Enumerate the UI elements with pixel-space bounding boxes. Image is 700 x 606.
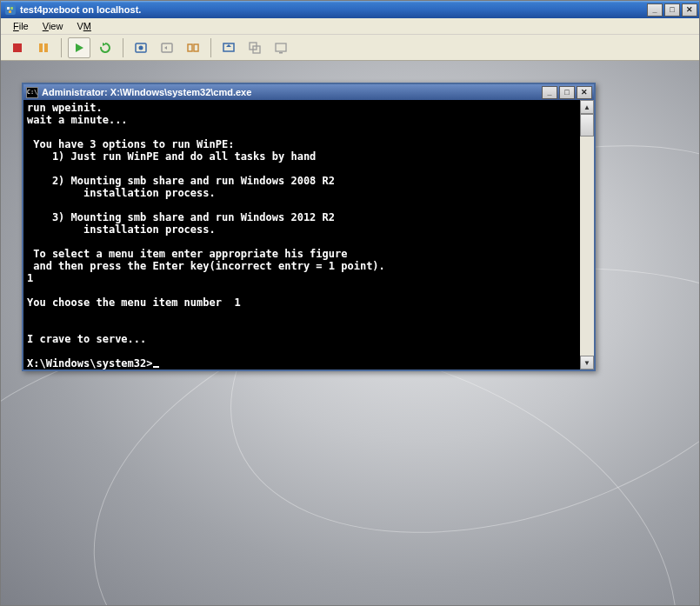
refresh-icon (98, 41, 112, 55)
menu-file[interactable]: File (6, 19, 36, 33)
snapshot-icon (134, 41, 148, 55)
stop-icon (11, 42, 23, 54)
cmd-window-buttons: _ □ ✕ (540, 86, 594, 99)
cmd-maximize-button[interactable]: □ (559, 86, 575, 99)
svg-rect-1 (7, 7, 10, 10)
devices-icon (186, 41, 200, 55)
toolbar (1, 35, 699, 61)
svg-rect-3 (9, 10, 11, 13)
cmd-close-button[interactable]: ✕ (577, 86, 592, 99)
svg-rect-13 (194, 44, 198, 51)
cmd-body: run wpeinit. wait a minute... You have 3… (23, 100, 594, 370)
menu-view[interactable]: View (36, 19, 70, 33)
menubar: File View VM (1, 18, 699, 35)
svg-rect-2 (10, 7, 13, 10)
svg-rect-18 (276, 43, 286, 51)
refresh-button[interactable] (94, 37, 117, 58)
svg-rect-12 (188, 44, 192, 51)
vm-window-buttons: _ □ ✕ (645, 3, 699, 17)
snapshot-button[interactable] (130, 37, 152, 58)
menu-vm-label: V (77, 21, 83, 31)
svg-rect-6 (44, 43, 48, 52)
toolbar-separator (61, 38, 62, 57)
svg-point-10 (139, 45, 143, 50)
maximize-button[interactable]: □ (664, 3, 680, 17)
minimize-icon: _ (547, 88, 551, 97)
console-icon (274, 41, 288, 55)
cmd-scrollbar: ▲ ▼ (580, 100, 594, 370)
fullscreen-icon (222, 41, 236, 55)
vmware-icon (4, 3, 17, 16)
close-icon: ✕ (686, 5, 693, 14)
close-button[interactable]: ✕ (682, 3, 697, 17)
vm-window: test4pxeboot on localhost. _ □ ✕ File Vi… (0, 0, 700, 606)
scroll-up-button[interactable]: ▲ (580, 100, 594, 114)
toolbar-separator (210, 38, 211, 57)
cmd-window: C:\ Administrator: X:\Windows\system32\c… (22, 83, 596, 371)
maximize-icon: □ (564, 88, 569, 97)
fullscreen-button[interactable] (217, 37, 240, 58)
pause-button[interactable] (32, 37, 55, 58)
menu-vm[interactable]: VM (70, 19, 98, 33)
svg-marker-15 (226, 44, 231, 47)
menu-view-label: iew (49, 21, 63, 31)
revert-icon (160, 41, 174, 55)
toolbar-separator (123, 38, 123, 57)
close-icon: ✕ (581, 88, 588, 97)
minimize-button[interactable]: _ (647, 3, 663, 17)
scroll-track[interactable] (580, 114, 594, 356)
vm-titlebar: test4pxeboot on localhost. _ □ ✕ (1, 1, 699, 18)
cmd-cursor (153, 366, 159, 368)
console-button[interactable] (270, 37, 292, 58)
vm-title: test4pxeboot on localhost. (20, 4, 645, 15)
scroll-thumb[interactable] (580, 114, 594, 137)
play-icon (73, 42, 85, 54)
minimize-icon: _ (652, 5, 657, 14)
vm-viewport[interactable]: C:\ Administrator: X:\Windows\system32\c… (1, 61, 699, 605)
maximize-icon: □ (670, 5, 674, 14)
unity-icon (248, 41, 262, 55)
cmd-lines: run wpeinit. wait a minute... You have 3… (27, 102, 385, 370)
cmd-title: Administrator: X:\Windows\system32\cmd.e… (42, 87, 540, 97)
play-button[interactable] (68, 37, 90, 58)
svg-marker-7 (76, 43, 83, 52)
cmd-minimize-button[interactable]: _ (542, 86, 557, 99)
svg-rect-19 (279, 52, 283, 54)
svg-rect-4 (13, 43, 22, 52)
cmd-icon: C:\ (26, 87, 38, 98)
devices-button[interactable] (182, 37, 204, 58)
pause-icon (37, 42, 50, 54)
stop-button[interactable] (6, 37, 29, 58)
menu-file-label: ile (19, 21, 29, 31)
unity-button[interactable] (243, 37, 266, 58)
cmd-titlebar[interactable]: C:\ Administrator: X:\Windows\system32\c… (23, 84, 594, 100)
cmd-output[interactable]: run wpeinit. wait a minute... You have 3… (23, 100, 580, 370)
scroll-down-button[interactable]: ▼ (580, 356, 594, 370)
svg-rect-5 (39, 43, 43, 52)
revert-button[interactable] (156, 37, 178, 58)
